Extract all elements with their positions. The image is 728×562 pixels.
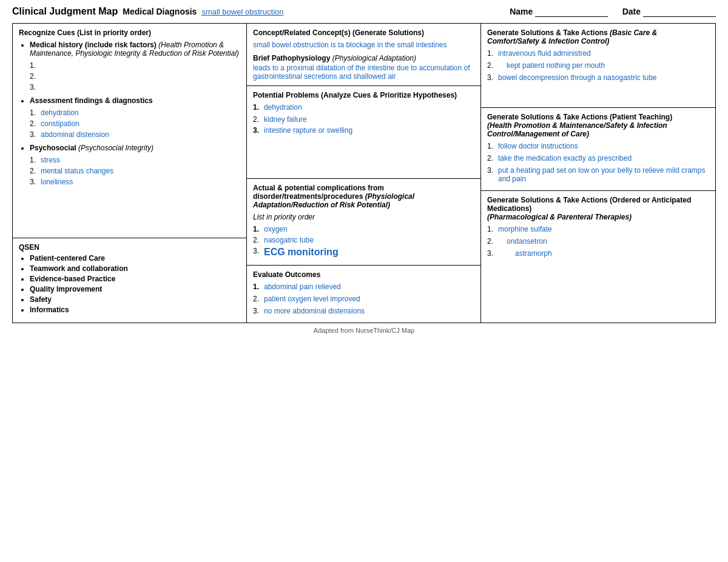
potential-problems-title: Potential Problems (Analyze Cues & Prior… [253,91,474,99]
complications-cell: Actual & potential complications from di… [247,179,480,266]
column-1: Recognize Cues (List in priority order) … [13,24,247,323]
teach-3: 3.put a heating pad set on low on your b… [487,166,709,183]
basic-care-title: Generate Solutions & Take Actions (Basic… [487,28,709,45]
evaluate-title: Evaluate Outcomes [253,270,474,279]
med-2: 2.ondansetron [487,237,709,246]
recognize-cues-cell: Recognize Cues (List in priority order) … [13,24,246,238]
psychosocial-italic: (Psychosocial Integrity) [78,144,153,152]
pathophysiology-text: leads to a proximal dilatation of the in… [253,64,474,81]
basic-3: 3.bowel decompression through a nasogast… [487,73,709,82]
assessment-3: 3.abdominal distension [30,130,240,139]
assessment-item: Assessment findings & diagnostics [30,96,240,105]
patient-teaching-title: Generate Solutions & Take Actions (Patie… [487,113,709,138]
med-1: 1.morphine sulfate [487,225,709,233]
list-label: List in priority order [253,213,474,221]
potential-problems-cell: Potential Problems (Analyze Cues & Prior… [247,86,480,179]
column-3: Generate Solutions & Take Actions (Basic… [481,24,715,323]
basic-2: 2.kept patient nothing per mouth [487,61,709,70]
qsen-item-1: Patient-centered Care [30,254,240,263]
psychosocial-label: Psychosocial [30,144,76,152]
recognize-cues-title: Recognize Cues (List in priority order) [19,28,240,37]
medications-title: Generate Solutions & Take Actions (Order… [487,196,709,221]
eval-2: 2.patient oxygen level improved [253,295,474,303]
patient-teaching-cell: Generate Solutions & Take Actions (Patie… [481,108,715,191]
comp-3: 3.ECG monitoring [253,247,474,258]
potential-1: 1.dehydration [253,103,474,112]
qsen-item-6: Informatics [30,306,240,314]
med-3: 3.astramorph [487,249,709,258]
basic-care-cell: Generate Solutions & Take Actions (Basic… [481,24,715,108]
assessment-label: Assessment findings & diagnostics [30,96,153,105]
evaluate-outcomes-cell: Evaluate Outcomes 1.abdominal pain relie… [247,266,480,323]
comp-1: 1.oxygen [253,225,474,233]
page-header: Clinical Judgment Map Medical Diagnosis … [12,6,716,17]
concept-title: Concept/Related Concept(s) (Generate Sol… [253,28,474,37]
eval-3: 3.no more abdominal distensions [253,307,474,315]
diagnosis-label: Medical Diagnosis [123,7,197,16]
complications-title: Actual & potential complications from di… [253,184,474,209]
qsen-item-5: Safety [30,295,240,304]
assessment-1: 1.dehydration [30,109,240,117]
qsen-item-2: Teamwork and collaboration [30,264,240,273]
main-grid: Recognize Cues (List in priority order) … [12,23,716,323]
psychosocial-3: 3.loneliness [30,178,240,186]
psychosocial-item: Psychosocial (Psychosocial Integrity) [30,144,240,152]
map-title: Clinical Judgment Map [12,6,118,17]
psychosocial-2: 2.mental status changes [30,167,240,175]
medical-history-label: Medical history (include risk factors) [30,41,157,49]
eval-1: 1.abdominal pain relieved [253,283,474,291]
medical-history-item: Medical history (include risk factors) (… [30,41,240,58]
diagnosis-value: small bowel obstruction [201,7,283,16]
psychosocial-1: 1.stress [30,156,240,164]
concept-cell: Concept/Related Concept(s) (Generate Sol… [247,24,480,86]
qsen-item-3: Evidence-based Practice [30,275,240,283]
cue-numbered-2: 2. [30,72,240,81]
cue-numbered-1: 1. [30,61,240,70]
medications-cell: Generate Solutions & Take Actions (Order… [481,191,715,323]
qsen-item-4: Quality Improvement [30,285,240,293]
column-2: Concept/Related Concept(s) (Generate Sol… [247,24,481,323]
teach-2: 2.take the medication exactly as prescri… [487,154,709,162]
name-label: Name [510,7,533,16]
assessment-2: 2.constipation [30,119,240,128]
potential-3: 3.intestine rapture or swelling [253,126,474,135]
qsen-cell: QSEN Patient-centered Care Teamwork and … [13,238,246,323]
qsen-title: QSEN [19,243,240,252]
date-label: Date [622,7,641,16]
cue-numbered-3: 3. [30,83,240,92]
name-date: Name Date [510,7,716,17]
potential-2: 2.kidney failure [253,115,474,124]
pathophysiology-label: Brief Pathophysiology (Physiological Ada… [253,54,474,62]
comp-2: 2.nasogatric tube [253,236,474,244]
footer: Adapted from NurseThink/CJ Map [12,327,716,334]
teach-1: 1.follow doctor instructions [487,142,709,150]
basic-1: 1.intravenous fluid administred [487,49,709,58]
concept-text: small bowel obstruction is ta blockage i… [253,41,474,49]
